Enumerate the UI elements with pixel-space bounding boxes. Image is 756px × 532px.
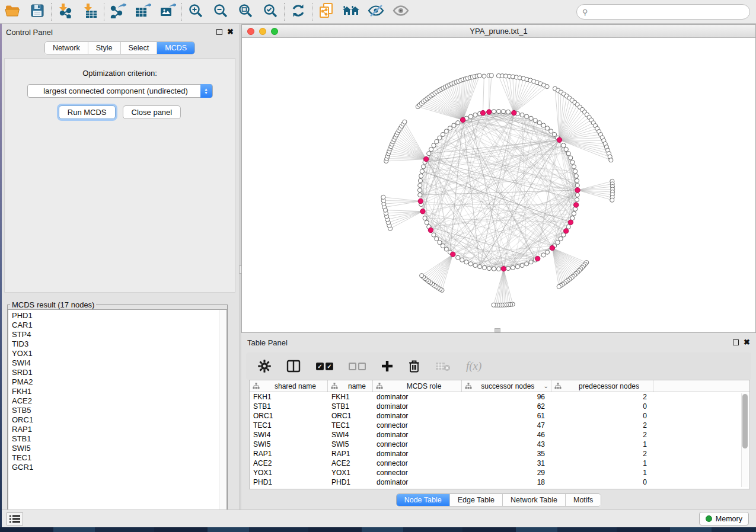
network-node[interactable]	[496, 267, 500, 271]
open-file-button[interactable]	[0, 1, 25, 23]
column-header-shared-name[interactable]: shared name	[250, 380, 328, 392]
search-box[interactable]: ⚲	[576, 4, 750, 20]
network-node[interactable]	[575, 183, 579, 187]
column-header-predecessor-nodes[interactable]: predecessor nodes	[551, 380, 653, 392]
table-cell[interactable]: connector	[373, 440, 462, 449]
network-node[interactable]	[575, 193, 579, 197]
network-node[interactable]	[572, 211, 576, 216]
mcds-result-item[interactable]: TEC1	[12, 453, 227, 463]
network-node[interactable]	[441, 132, 445, 136]
network-node[interactable]	[418, 178, 422, 182]
run-mcds-button[interactable]: Run MCDS	[59, 105, 116, 119]
table-cell[interactable]: RAP1	[328, 449, 373, 459]
mcds-result-item[interactable]: SWI5	[12, 444, 227, 453]
network-node[interactable]	[549, 129, 553, 133]
table-row[interactable]: PHD1PHD1dominator180	[250, 477, 749, 487]
network-leaf-node[interactable]	[489, 73, 493, 78]
column-header-successor-nodes[interactable]: successor nodes⌄	[462, 380, 551, 392]
mcds-hub-node[interactable]	[564, 229, 569, 233]
mcds-hub-node[interactable]	[487, 110, 492, 114]
network-node[interactable]	[419, 174, 423, 178]
close-panel-icon[interactable]: ✖	[227, 29, 234, 35]
table-cell[interactable]: FKH1	[250, 392, 328, 402]
export-network-button[interactable]	[106, 1, 130, 23]
table-cell[interactable]: TEC1	[328, 421, 373, 430]
network-leaf-node[interactable]	[545, 84, 549, 88]
network-node[interactable]	[566, 225, 570, 229]
network-node[interactable]	[492, 267, 496, 271]
network-node[interactable]	[464, 260, 468, 264]
network-node[interactable]	[435, 139, 439, 143]
table-cell[interactable]: YOX1	[250, 468, 328, 477]
network-node[interactable]	[438, 241, 442, 245]
network-node[interactable]	[562, 143, 566, 148]
network-node[interactable]	[559, 236, 563, 241]
table-row[interactable]: ACE2ACE2connector311	[250, 459, 749, 468]
mcds-hub-node[interactable]	[535, 256, 540, 261]
network-window-titlebar[interactable]: YPA_prune.txt_1	[242, 25, 755, 38]
table-cell[interactable]: 0	[551, 411, 653, 421]
table-cell[interactable]: 47	[462, 421, 551, 430]
network-node[interactable]	[511, 265, 515, 270]
criterion-dropdown[interactable]: largest connected component (undirected)…	[27, 84, 213, 98]
tab-mcds[interactable]: MCDS	[157, 42, 194, 54]
network-node[interactable]	[496, 109, 500, 113]
tab-style[interactable]: Style	[88, 42, 121, 54]
close-table-panel-icon[interactable]: ✖	[744, 339, 750, 345]
table-cell[interactable]: 2	[551, 421, 653, 430]
network-node[interactable]	[421, 165, 425, 169]
network-node[interactable]	[418, 183, 422, 187]
table-row[interactable]: FKH1FKH1dominator962	[250, 392, 749, 402]
mcds-list-scrollbar[interactable]	[219, 310, 227, 517]
table-cell[interactable]: 0	[551, 477, 653, 487]
save-session-button[interactable]	[25, 1, 50, 23]
show-column-button[interactable]	[286, 360, 301, 373]
sort-order-icon[interactable]: ⌄	[544, 383, 548, 389]
mcds-result-item[interactable]: PMA2	[12, 377, 227, 387]
network-leaf-node[interactable]	[609, 158, 613, 162]
table-cell[interactable]: 43	[462, 440, 551, 449]
network-node[interactable]	[570, 160, 575, 164]
close-window-icon[interactable]	[247, 28, 254, 35]
table-cell[interactable]: ORC1	[328, 411, 373, 421]
mcds-hub-node[interactable]	[460, 117, 465, 122]
table-cell[interactable]: PHD1	[328, 477, 373, 487]
float-panel-icon[interactable]	[216, 29, 222, 35]
mcds-result-item[interactable]: STB1	[12, 434, 227, 444]
network-node[interactable]	[525, 114, 529, 118]
network-leaf-node[interactable]	[383, 208, 387, 212]
mcds-hub-node[interactable]	[557, 137, 562, 142]
minimize-window-icon[interactable]	[259, 28, 266, 35]
table-cell[interactable]: connector	[373, 421, 462, 430]
show-visibility-button[interactable]	[388, 1, 413, 23]
network-node[interactable]	[556, 241, 560, 245]
network-node[interactable]	[575, 197, 579, 201]
mcds-hub-node[interactable]	[573, 203, 578, 207]
network-node[interactable]	[429, 148, 433, 152]
zoom-out-button[interactable]	[208, 1, 233, 23]
network-node[interactable]	[438, 136, 442, 140]
network-node[interactable]	[533, 118, 537, 123]
table-cell[interactable]: SWI5	[250, 440, 328, 449]
maximize-window-icon[interactable]	[271, 28, 278, 35]
table-row[interactable]: RAP1RAP1dominator352	[250, 449, 749, 459]
mcds-hub-node[interactable]	[428, 227, 433, 232]
table-cell[interactable]: 46	[462, 430, 551, 440]
network-node[interactable]	[545, 250, 549, 254]
mcds-result-item[interactable]: SWI4	[12, 358, 227, 368]
network-node[interactable]	[501, 110, 505, 114]
network-node[interactable]	[573, 169, 578, 174]
network-node[interactable]	[432, 143, 436, 148]
network-node[interactable]	[448, 126, 452, 130]
network-leaf-node[interactable]	[492, 303, 496, 307]
delete-row-button[interactable]	[409, 360, 420, 373]
network-node[interactable]	[468, 114, 473, 118]
table-cell[interactable]: SWI4	[328, 430, 373, 440]
import-network-button[interactable]	[53, 1, 78, 23]
network-leaf-node[interactable]	[477, 73, 481, 78]
network-node[interactable]	[435, 236, 439, 241]
tab-motifs[interactable]: Motifs	[566, 494, 601, 506]
network-node[interactable]	[473, 263, 477, 267]
network-node[interactable]	[492, 110, 496, 114]
network-node[interactable]	[572, 165, 576, 169]
